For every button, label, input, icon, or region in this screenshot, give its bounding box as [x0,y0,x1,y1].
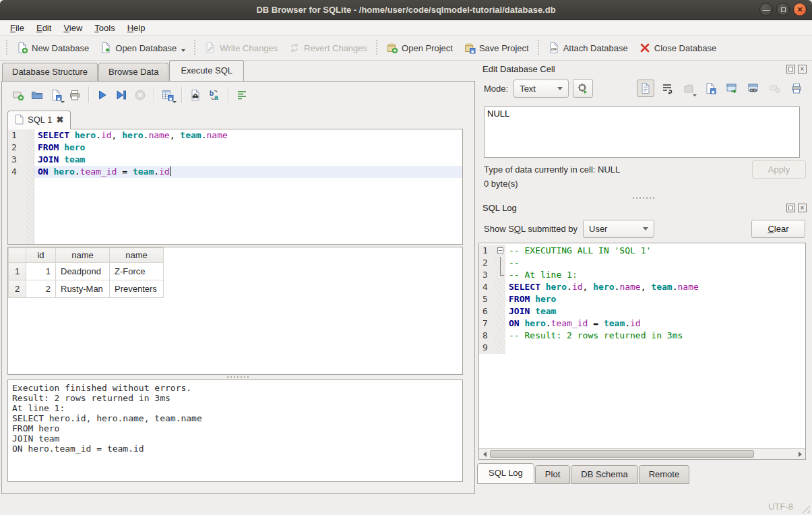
tab-browse-data[interactable]: Browse Data [98,63,168,81]
menu-edit[interactable]: Edit [30,22,57,34]
sql-tab-close-icon[interactable]: ✖ [56,115,63,125]
cell[interactable]: Preventers [110,280,164,298]
line-number: 3 [8,154,26,166]
code-text: SELECT hero.id, hero.name, team.name [34,129,462,142]
fold-collapse-icon[interactable]: − [497,247,503,253]
main-tab-bar: Database StructureBrowse DataExecute SQL [0,61,476,81]
open-in-external-app-button[interactable] [723,80,741,97]
column-header[interactable]: id [26,248,56,263]
results-output-splitter[interactable] [2,375,474,380]
sql-log-view[interactable]: 1−-- EXECUTING ALL IN 'SQL 1'2--3-- At l… [478,243,806,460]
open-new-tab-button[interactable] [9,86,28,104]
table-row[interactable]: 22Rusty-ManPreventers [9,280,164,298]
new-database-button[interactable]: New Database [11,39,94,57]
chevron-down-icon[interactable] [693,94,697,96]
close-button[interactable]: ✕ [793,3,807,16]
word-wrap-button[interactable] [658,80,676,97]
open-project-button[interactable]: Open Project [381,39,458,57]
attach-database-button[interactable]: Attach Database [542,39,633,57]
chevron-down-icon[interactable] [173,101,177,103]
tab-execute-sql[interactable]: Execute SQL [169,60,244,81]
stop-execution-button[interactable] [131,86,150,104]
clear-log-button[interactable]: Clear [751,220,805,238]
sql-tab[interactable]: SQL 1 ✖ [7,111,71,129]
save-sql-file-button[interactable] [46,86,65,104]
code-text: -- EXECUTING ALL IN 'SQL 1' [505,245,805,257]
row-header[interactable]: 2 [9,280,26,298]
sql-editor-toolbar: ba [2,82,474,109]
chevron-down-icon[interactable] [61,101,65,103]
bottom-tab-remote[interactable]: Remote [639,465,690,484]
open-sql-file-button[interactable] [28,86,46,104]
cell[interactable]: Z-Force [110,263,164,280]
text-mode-button[interactable] [637,80,654,97]
fold-margin [26,142,34,154]
bottom-tab-db-schema[interactable]: DB Schema [571,465,637,484]
code-line: 9 [479,342,805,354]
maximize-button[interactable] [776,3,790,16]
menu-view[interactable]: View [57,22,88,34]
column-header[interactable]: name [110,248,164,263]
scroll-left-icon[interactable] [479,449,490,459]
sql-log-close-icon[interactable]: × [798,204,807,212]
scrollbar-thumb[interactable] [490,450,754,458]
left-pane: Database StructureBrowse DataExecute SQL… [0,61,476,497]
execution-output[interactable]: Execution finished without errors. Resul… [7,380,463,482]
menu-help[interactable]: Help [121,22,152,34]
bottom-tab-sql-log[interactable]: SQL Log [477,463,534,484]
line-number: 7 [479,317,495,330]
cell[interactable]: 1 [26,263,56,280]
edit-cell-float-icon[interactable] [786,65,795,73]
bottom-tab-plot[interactable]: Plot [535,465,570,484]
results-grid[interactable]: idnamename11DeadpondZ-Force22Rusty-ManPr… [7,247,463,375]
resize-grip[interactable] [801,504,810,513]
auto-switch-mode-button[interactable] [573,79,593,98]
code-text: SELECT hero.id, hero.name, team.name [505,281,805,293]
cell[interactable]: Deadpond [56,263,110,280]
column-header[interactable]: name [56,248,110,263]
row-header[interactable]: 1 [9,263,26,280]
open-database-button[interactable]: Open Database [94,39,191,57]
set-to-null-button[interactable] [766,80,784,97]
minimize-button[interactable]: — [759,3,773,16]
cell-value-editor[interactable]: NULL [484,107,800,158]
fold-margin[interactable]: − [495,245,505,257]
edit-cell-close-icon[interactable]: × [798,65,807,73]
chevron-down-icon[interactable] [181,49,185,52]
save-project-button[interactable]: Save Project [458,39,534,57]
sql-log-filter-select[interactable]: User [583,220,654,238]
print-cell-button[interactable] [788,80,805,97]
execute-current-line-button[interactable] [112,86,131,104]
revert-changes-button[interactable]: Revert Changes [283,39,373,57]
apply-button[interactable]: Apply [752,160,806,179]
table-row[interactable]: 11DeadpondZ-Force [9,263,164,280]
tab-database-structure[interactable]: Database Structure [2,63,98,81]
scroll-right-icon[interactable] [794,449,805,459]
fold-margin [26,166,34,178]
toolbar-handle [5,40,9,56]
encoding-indicator[interactable]: UTF-8 [768,502,793,512]
toolbar-separator [181,87,182,103]
sql-log-float-icon[interactable] [786,204,795,212]
set-as-link-button[interactable] [745,80,762,97]
sql-log-filter-label: Show SQL submitted by [484,224,577,234]
sql-log-horizontal-scrollbar[interactable] [479,448,805,459]
format-sql-button[interactable] [232,86,251,104]
write-changes-button[interactable]: Write Changes [199,39,283,57]
save-results-button[interactable] [158,86,177,104]
menu-tools[interactable]: Tools [88,22,121,34]
menu-file[interactable]: File [4,22,30,34]
mode-select[interactable]: Text [513,80,569,98]
find-button[interactable] [186,86,205,104]
edit-cell-dock-header: Edit Database Cell × [476,61,812,75]
find-replace-button[interactable]: ba [205,86,224,104]
import-from-file-button[interactable] [680,80,697,97]
print-sql-button[interactable] [65,86,84,104]
export-to-file-button[interactable] [701,80,719,97]
sql-editor[interactable]: 1SELECT hero.id, hero.name, team.name2FR… [7,129,463,245]
cell[interactable]: Rusty-Man [56,280,110,298]
close-database-button[interactable]: Close Database [633,39,722,57]
execute-all-button[interactable] [93,86,112,104]
cell[interactable]: 2 [26,280,56,298]
cell-log-splitter[interactable] [476,195,812,200]
